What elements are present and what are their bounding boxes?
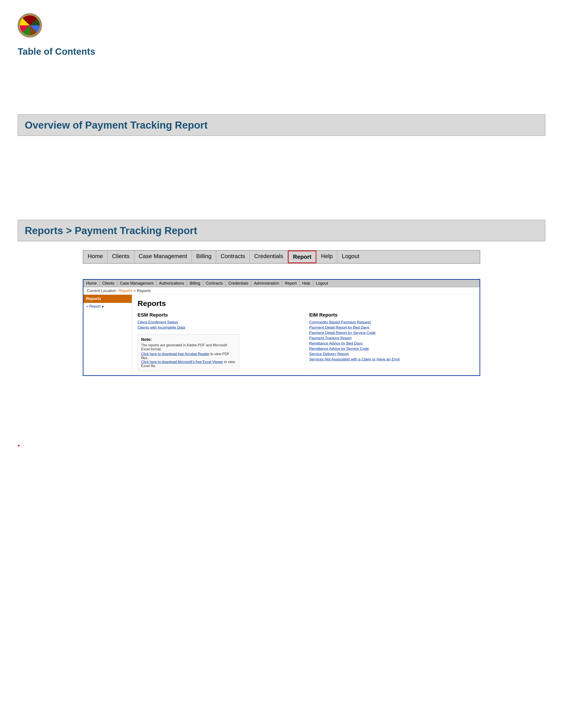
breadcrumb-prefix: Current Location:: [87, 289, 118, 293]
main-content: Reports ESM Reports Client Enrollment St…: [132, 295, 480, 375]
sidebar: Reports » Report ►: [83, 295, 132, 375]
eim-link-payment-tracking[interactable]: Payment Tracking Report: [309, 336, 468, 340]
inner-nav-clients[interactable]: Clients: [100, 280, 117, 287]
sidebar-sub-report-label: » Report: [86, 304, 100, 309]
eim-link-payment-detail-service[interactable]: Payment Detail Report by Service Code: [309, 331, 468, 335]
outer-nav: Home Clients Case Management Billing Con…: [83, 250, 480, 264]
outer-nav-home[interactable]: Home: [83, 251, 107, 263]
esm-link-clients-incomplete[interactable]: Clients with Incomplete Data: [137, 325, 296, 330]
note-text: The reports are generated in Adobe PDF a…: [141, 343, 235, 351]
inner-nav-administration[interactable]: Administration: [251, 280, 282, 287]
breadcrumb: Current Location: Reports > Reports: [83, 287, 480, 295]
note-link-excel[interactable]: Click here to download Microsoft's free …: [141, 360, 223, 364]
arrow-right-icon: ►: [101, 305, 104, 308]
breadcrumb-link[interactable]: Reports: [118, 289, 132, 293]
eim-link-remittance-bed[interactable]: Remittance Advice by Bed Days: [309, 341, 468, 346]
app-screenshot-box: Home Clients Case Management Authorizati…: [83, 279, 480, 376]
inner-nav: Home Clients Case Management Authorizati…: [83, 280, 480, 287]
eim-link-remittance-service[interactable]: Remittance Advice by Service Code: [309, 347, 468, 351]
outer-nav-case-management[interactable]: Case Management: [134, 251, 192, 263]
outer-nav-logout[interactable]: Logout: [337, 251, 364, 263]
app-layout: Reports » Report ► Reports ESM Reports C…: [83, 295, 480, 375]
outer-nav-clients[interactable]: Clients: [107, 251, 134, 263]
eim-link-payment-detail-bed[interactable]: Payment Detail Report by Bed Days: [309, 325, 468, 330]
reports-columns: ESM Reports Client Enrollment Status Cli…: [137, 312, 474, 371]
logo-inner: [20, 15, 40, 35]
eim-link-commodity[interactable]: Commodity Based Payment Request: [309, 320, 468, 325]
toc-title: Table of Contents: [18, 46, 545, 57]
esm-link-client-enrollment[interactable]: Client Enrollment Status: [137, 320, 296, 325]
outer-nav-credentials[interactable]: Credentials: [250, 251, 288, 263]
outer-nav-report[interactable]: Report: [288, 251, 317, 263]
note-title: Note:: [141, 337, 235, 342]
inner-nav-report[interactable]: Report: [282, 280, 300, 287]
eim-link-service-delivery[interactable]: Service Delivery Report: [309, 352, 468, 356]
reports-page-title: Reports: [137, 299, 474, 308]
note-link2-container: Click here to download Microsoft's free …: [141, 360, 235, 368]
note-box: Note: The reports are generated in Adobe…: [137, 334, 239, 371]
inner-nav-home[interactable]: Home: [83, 280, 100, 287]
logo: [18, 13, 42, 38]
esm-reports-title: ESM Reports: [137, 312, 296, 318]
inner-nav-logout[interactable]: Logout: [313, 280, 331, 287]
red-dot-bullet: •: [18, 442, 545, 449]
eim-reports-column: EIM Reports Commodity Based Payment Requ…: [309, 312, 474, 371]
inner-nav-contracts[interactable]: Contracts: [203, 280, 226, 287]
outer-nav-help[interactable]: Help: [317, 251, 337, 263]
inner-nav-help[interactable]: Help: [300, 280, 313, 287]
section-reports-header: Reports > Payment Tracking Report: [18, 220, 545, 241]
breadcrumb-suffix: > Reports: [133, 289, 151, 293]
inner-nav-case-management[interactable]: Case Management: [117, 280, 156, 287]
sidebar-item-reports[interactable]: Reports: [83, 295, 132, 303]
inner-nav-authorizations[interactable]: Authorizations: [156, 280, 187, 287]
section-reports-title: Reports > Payment Tracking Report: [25, 225, 538, 236]
note-link1-container: Click here to download free Acrobat Read…: [141, 352, 235, 360]
eim-reports-title: EIM Reports: [309, 312, 468, 318]
eim-link-services-not-associated[interactable]: Services Not Associated with a Claim or …: [309, 357, 468, 362]
outer-nav-billing[interactable]: Billing: [192, 251, 216, 263]
note-link-acrobat[interactable]: Click here to download free Acrobat Read…: [141, 352, 209, 356]
inner-nav-credentials[interactable]: Credentials: [226, 280, 251, 287]
section-overview-title: Overview of Payment Tracking Report: [25, 119, 538, 131]
esm-reports-column: ESM Reports Client Enrollment Status Cli…: [137, 312, 303, 371]
logo-area: [18, 13, 545, 38]
inner-nav-billing[interactable]: Billing: [187, 280, 203, 287]
section-overview-header: Overview of Payment Tracking Report: [18, 114, 545, 136]
outer-nav-contracts[interactable]: Contracts: [216, 251, 250, 263]
sidebar-sub-report[interactable]: » Report ►: [83, 303, 132, 310]
